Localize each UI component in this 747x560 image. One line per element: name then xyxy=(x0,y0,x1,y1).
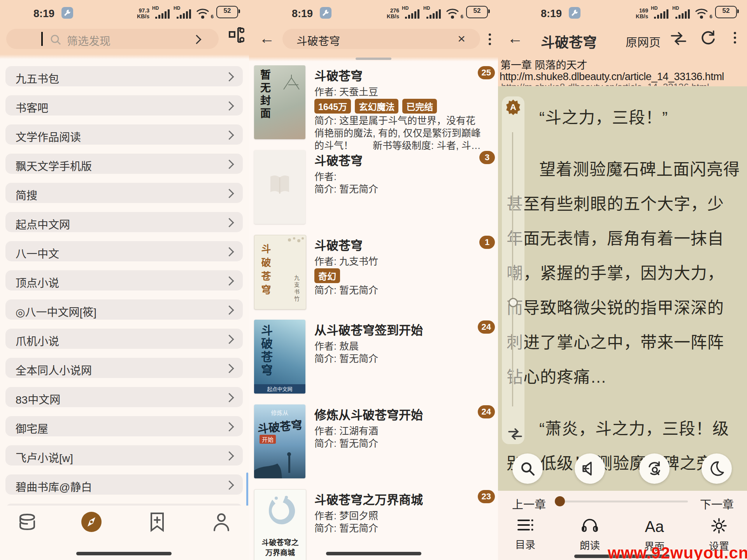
slider-track xyxy=(512,132,513,406)
wrench-icon xyxy=(61,7,73,19)
book-cover: 修炼从 斗破苍穹 开始 xyxy=(254,404,305,478)
book-cover-placeholder xyxy=(254,150,305,224)
net-speed: 97.3KB/s xyxy=(137,8,149,19)
page-url: http://m.shuke8.dlbeauty.cn/article_14_3… xyxy=(500,71,724,83)
battery-icon: 52 xyxy=(466,6,488,18)
search-query: 斗破苍穹 xyxy=(296,33,340,48)
bottom-nav xyxy=(0,506,249,544)
source-item[interactable]: 八一中文 xyxy=(5,241,243,261)
tab-explore-active[interactable] xyxy=(79,509,104,534)
open-original-link[interactable]: 原网页 xyxy=(626,33,661,50)
signal-icon-sim1: HD xyxy=(652,5,670,19)
tab-bookshelf[interactable] xyxy=(15,509,40,534)
chapter-title: 第一章 陨落的天才 xyxy=(500,57,587,72)
clock: 8:19 xyxy=(541,8,562,20)
search-result[interactable]: 斗破苍穹 起点中文网 从斗破苍穹签到开始 作者: 敖晨 简介: 暂无简介 24 xyxy=(249,318,498,403)
search-result[interactable]: 斗破苍穹 九支书竹 斗破苍穹 作者: 九支书竹 奇幻 简介: 暂无简介 1 xyxy=(249,233,498,318)
clipped-webpage-text: http://m.shuke8.dlbeauty.cn/article_14_3… xyxy=(501,82,727,86)
source-item[interactable]: 文学作品阅读 xyxy=(5,124,243,145)
source-item[interactable]: 九五书包 xyxy=(5,66,243,86)
tab-subscribe[interactable] xyxy=(145,509,170,534)
search-result[interactable]: 斗破苍穹之 万界商城 斗破苍穹之万界商城 作者: 梦回夕照 简介: 暂无简介 2… xyxy=(249,488,498,560)
source-item[interactable]: ◎八一中文网[筱] xyxy=(5,299,243,320)
book-cover: 斗破苍穹 起点中文网 xyxy=(254,320,305,394)
source-item[interactable]: 书客吧 xyxy=(5,95,243,116)
source-item[interactable]: 顶点小说 xyxy=(5,270,243,290)
toc-button[interactable]: 目录 xyxy=(502,518,549,551)
net-speed: 169KB/s xyxy=(636,8,648,19)
signal-icon-sim2: HD xyxy=(174,5,192,19)
wifi-icon: 6 xyxy=(196,5,213,19)
text-cursor xyxy=(41,32,43,46)
font-size-badge[interactable]: A xyxy=(506,100,520,115)
refresh-icon[interactable] xyxy=(700,30,716,47)
search-result[interactable]: 斗破苍穹 作者: 简介: 暂无简介 3 xyxy=(249,149,498,233)
read-aloud-button[interactable] xyxy=(575,453,605,484)
discover-search-bar[interactable]: 筛选发现 xyxy=(6,29,219,49)
search-result[interactable]: 修炼从 斗破苍穹 开始 修炼从斗破苍穹开始 作者: 江湖有酒 简介: 暂无简介 … xyxy=(249,403,498,488)
wifi-icon: 6 xyxy=(694,5,712,19)
status-bar: 8:19 169KB/s HD HD 6 52 xyxy=(498,5,747,22)
tag-badge: 1645万 xyxy=(314,99,351,114)
home-indicator[interactable] xyxy=(76,552,172,555)
source-item[interactable]: 起点中文网 xyxy=(5,212,243,232)
slider-knob[interactable] xyxy=(509,298,518,307)
more-menu-icon[interactable] xyxy=(734,32,736,44)
read-aloud-tab[interactable]: 朗读 xyxy=(566,518,613,552)
search-screen: 8:19 276KB/s HD HD 6 52 ← 斗破苍穹 × 暂无封面 xyxy=(249,0,498,560)
source-item[interactable]: 御宅屋 xyxy=(5,416,243,436)
signal-icon-sim2: HD xyxy=(424,5,442,19)
source-item[interactable]: 爪机小说 xyxy=(5,329,243,349)
clear-icon[interactable]: × xyxy=(458,31,465,46)
source-item[interactable]: 飘天文学手机版 xyxy=(5,154,243,174)
chapter-progress-knob[interactable] xyxy=(555,496,565,506)
back-arrow-icon[interactable]: ← xyxy=(507,30,523,47)
discover-screen: 8:19 97.3KB/s HD HD 6 52 筛选发现 xyxy=(0,0,249,560)
search-in-book-button[interactable] xyxy=(512,453,543,484)
source-count-badge: 24 xyxy=(478,405,495,418)
reading-page[interactable]: “斗之力，三段！” 望着测验魔石碑上面闪亮得甚至有些刺眼的五个大字，少年面无表情… xyxy=(498,86,747,491)
book-title: 斗破苍穹 xyxy=(541,31,597,51)
book-cover: 斗破苍穹之 万界商城 xyxy=(254,489,306,560)
tag-badge: 玄幻魔法 xyxy=(355,99,398,114)
tab-profile[interactable] xyxy=(209,509,234,534)
home-indicator[interactable] xyxy=(326,552,421,555)
source-item[interactable]: 飞卢小说[w] xyxy=(5,445,243,466)
source-count-badge: 23 xyxy=(478,490,495,503)
signal-icon-sim1: HD xyxy=(153,5,171,19)
source-count-badge: 25 xyxy=(478,66,495,79)
book-cover: 暂无封面 xyxy=(254,65,305,139)
refresh-source-button[interactable] xyxy=(639,453,670,484)
next-chapter-button[interactable]: 下一章 xyxy=(700,495,734,512)
wifi-icon: 6 xyxy=(445,5,463,19)
watermark: www.92wuyou.cn xyxy=(608,544,747,560)
battery-icon: 52 xyxy=(216,6,238,18)
prev-chapter-button[interactable]: 上一章 xyxy=(512,495,546,512)
source-item[interactable]: 全本同人小说网 xyxy=(5,358,243,378)
signal-icon-sim1: HD xyxy=(403,5,421,19)
source-item[interactable]: 简搜 xyxy=(5,183,243,203)
source-item[interactable]: 83中文网 xyxy=(5,387,243,407)
chapter-progress-track[interactable] xyxy=(557,500,688,502)
tag-badge: 已完结 xyxy=(402,99,437,114)
chevron-right-icon[interactable] xyxy=(192,35,201,44)
source-count-badge: 3 xyxy=(479,151,495,164)
wrench-icon xyxy=(320,7,331,19)
source-group-icon[interactable] xyxy=(229,26,244,46)
search-input[interactable]: 斗破苍穹 × xyxy=(282,29,480,49)
back-arrow-icon[interactable]: ← xyxy=(259,30,275,47)
night-mode-button[interactable] xyxy=(701,453,732,484)
change-source-icon[interactable] xyxy=(670,31,687,47)
search-placeholder: 筛选发现 xyxy=(67,33,110,48)
search-icon xyxy=(50,34,61,47)
status-bar: 8:19 276KB/s HD HD 6 52 xyxy=(249,5,498,22)
more-menu-icon[interactable] xyxy=(489,33,491,45)
font-size-slider[interactable]: A xyxy=(502,96,524,444)
book-cover: 斗破苍穹 九支书竹 xyxy=(254,235,306,310)
swap-horizontal-icon[interactable] xyxy=(508,428,522,442)
source-item[interactable]: 碧曲书库@静白 xyxy=(5,474,243,495)
source-count-badge: 1 xyxy=(479,236,495,249)
source-count-badge: 24 xyxy=(478,320,495,334)
search-result[interactable]: 暂无封面 斗破苍穹 作者: 天蚕土豆 1645万 玄幻魔法 已完结 简介: 这里… xyxy=(249,64,498,149)
signal-icon-sim2: HD xyxy=(673,5,691,19)
